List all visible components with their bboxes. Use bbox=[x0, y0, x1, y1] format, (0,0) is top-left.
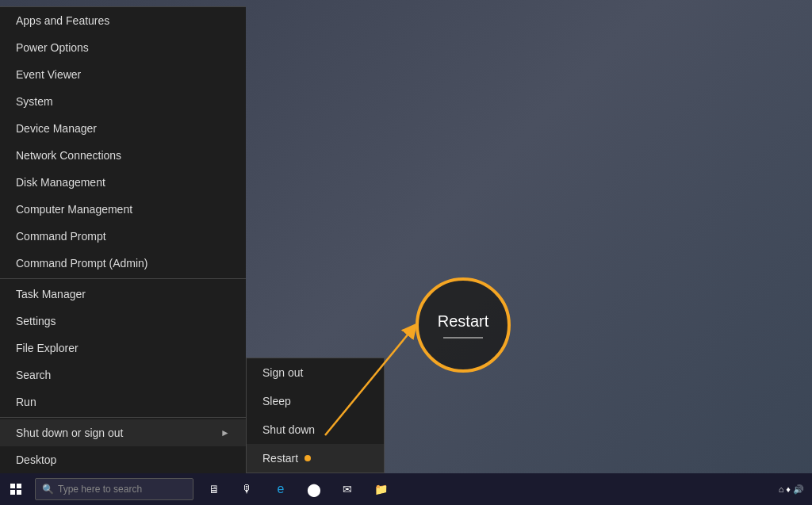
file-explorer-taskbar-icon[interactable]: 📁 bbox=[368, 476, 393, 502]
menu-item-shutdown-signout[interactable]: Shut down or sign out ► bbox=[0, 419, 246, 446]
menu-divider-2 bbox=[0, 417, 246, 418]
menu-item-event-viewer[interactable]: Event Viewer bbox=[0, 61, 246, 88]
context-menu: Apps and Features Power Options Event Vi… bbox=[0, 6, 246, 473]
submenu-item-sleep[interactable]: Sleep bbox=[247, 387, 384, 415]
taskbar-search-placeholder: Type here to search bbox=[58, 484, 142, 495]
menu-divider-1 bbox=[0, 278, 246, 279]
system-tray: ⌂ ♦ 🔊 bbox=[779, 484, 804, 495]
taskbar-search-box[interactable]: 🔍 Type here to search bbox=[35, 478, 193, 500]
menu-item-command-prompt[interactable]: Command Prompt bbox=[0, 223, 246, 250]
windows-icon bbox=[10, 484, 21, 495]
menu-item-device-manager[interactable]: Device Manager bbox=[0, 115, 246, 142]
taskbar-icons: 🖥 🎙 e ⬤ ✉ 📁 bbox=[201, 476, 393, 502]
submenu-item-sign-out[interactable]: Sign out bbox=[247, 358, 384, 387]
restart-callout-text: Restart bbox=[438, 312, 488, 331]
edge-icon[interactable]: e bbox=[268, 476, 293, 502]
submenu: Sign out Sleep Shut down Restart bbox=[246, 358, 385, 473]
start-button[interactable] bbox=[0, 473, 32, 505]
menu-item-settings[interactable]: Settings bbox=[0, 308, 246, 335]
task-view-icon[interactable]: 🖥 bbox=[201, 476, 227, 502]
restart-dot-indicator bbox=[304, 455, 311, 461]
submenu-item-shut-down[interactable]: Shut down bbox=[247, 415, 384, 444]
menu-item-command-prompt-admin[interactable]: Command Prompt (Admin) bbox=[0, 250, 246, 277]
cortana-icon[interactable]: 🎙 bbox=[235, 476, 260, 502]
desktop: Restart Apps and Features Power Options … bbox=[0, 0, 812, 505]
menu-item-run[interactable]: Run bbox=[0, 388, 246, 415]
menu-item-apps-features[interactable]: Apps and Features bbox=[0, 7, 246, 34]
submenu-item-restart[interactable]: Restart bbox=[247, 444, 384, 472]
menu-item-desktop[interactable]: Desktop bbox=[0, 446, 246, 473]
menu-item-search[interactable]: Search bbox=[0, 362, 246, 388]
menu-item-system[interactable]: System bbox=[0, 88, 246, 115]
taskbar-right: ⌂ ♦ 🔊 bbox=[779, 484, 812, 495]
menu-item-file-explorer[interactable]: File Explorer bbox=[0, 335, 246, 362]
menu-item-task-manager[interactable]: Task Manager bbox=[0, 281, 246, 308]
menu-item-disk-management[interactable]: Disk Management bbox=[0, 169, 246, 196]
restart-callout-line bbox=[443, 337, 483, 339]
submenu-arrow-icon: ► bbox=[220, 427, 230, 438]
menu-item-computer-management[interactable]: Computer Management bbox=[0, 196, 246, 223]
restart-callout: Restart bbox=[416, 277, 511, 373]
search-icon: 🔍 bbox=[42, 484, 54, 495]
menu-item-network-connections[interactable]: Network Connections bbox=[0, 142, 246, 169]
taskbar: 🔍 Type here to search 🖥 🎙 e ⬤ ✉ 📁 ⌂ ♦ 🔊 bbox=[0, 473, 812, 505]
menu-item-power-options[interactable]: Power Options bbox=[0, 34, 246, 61]
chrome-icon[interactable]: ⬤ bbox=[301, 476, 327, 502]
mail-icon[interactable]: ✉ bbox=[335, 476, 360, 502]
